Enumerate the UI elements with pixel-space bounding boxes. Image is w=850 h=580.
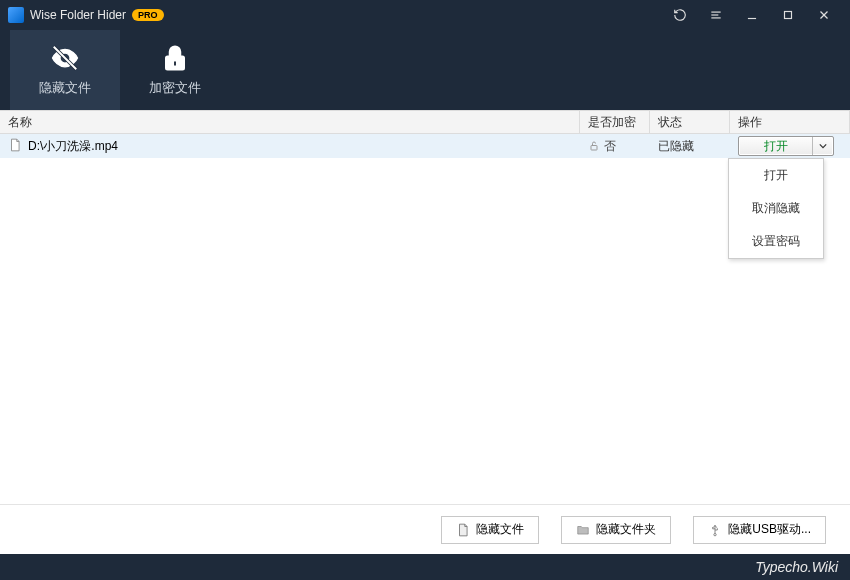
action-dropdown: 打开 取消隐藏 设置密码 bbox=[728, 158, 824, 259]
cell-encrypted: 否 bbox=[580, 134, 650, 158]
column-name[interactable]: 名称 bbox=[0, 111, 580, 133]
dropdown-toggle[interactable] bbox=[813, 137, 833, 155]
folder-icon bbox=[576, 523, 590, 537]
encrypted-text: 否 bbox=[604, 138, 616, 155]
chevron-down-icon bbox=[819, 142, 827, 150]
status-text: 已隐藏 bbox=[658, 138, 694, 155]
usb-icon bbox=[708, 523, 722, 537]
bottom-toolbar: 隐藏文件 隐藏文件夹 隐藏USB驱动... bbox=[0, 504, 850, 554]
watermark: Typecho.Wiki bbox=[0, 554, 850, 580]
hide-folder-button[interactable]: 隐藏文件夹 bbox=[561, 516, 671, 544]
tab-label: 隐藏文件 bbox=[39, 79, 91, 97]
hide-file-button[interactable]: 隐藏文件 bbox=[441, 516, 539, 544]
cell-filename: D:\小刀洗澡.mp4 bbox=[0, 134, 580, 158]
column-status[interactable]: 状态 bbox=[650, 111, 730, 133]
tab-label: 加密文件 bbox=[149, 79, 201, 97]
titlebar: Wise Folder Hider PRO bbox=[0, 0, 850, 30]
table-header: 名称 是否加密 状态 操作 bbox=[0, 110, 850, 134]
filename-text: D:\小刀洗澡.mp4 bbox=[28, 138, 118, 155]
svg-rect-4 bbox=[785, 12, 792, 19]
eye-slash-icon bbox=[50, 43, 80, 73]
button-label: 隐藏USB驱动... bbox=[728, 521, 811, 538]
refresh-icon[interactable] bbox=[662, 0, 698, 30]
mode-tabs: 隐藏文件 加密文件 bbox=[0, 30, 850, 110]
menu-icon[interactable] bbox=[698, 0, 734, 30]
button-label: 隐藏文件夹 bbox=[596, 521, 656, 538]
cell-action: 打开 bbox=[730, 134, 850, 158]
svg-rect-12 bbox=[591, 146, 597, 151]
minimize-button[interactable] bbox=[734, 0, 770, 30]
table-row[interactable]: D:\小刀洗澡.mp4 否 已隐藏 打开 bbox=[0, 134, 850, 158]
pro-badge: PRO bbox=[132, 9, 164, 21]
column-encrypted[interactable]: 是否加密 bbox=[580, 111, 650, 133]
menu-set-password[interactable]: 设置密码 bbox=[729, 225, 823, 258]
cell-status: 已隐藏 bbox=[650, 134, 730, 158]
file-icon bbox=[456, 523, 470, 537]
open-button[interactable]: 打开 bbox=[739, 137, 813, 155]
close-button[interactable] bbox=[806, 0, 842, 30]
file-icon bbox=[8, 138, 22, 155]
menu-open[interactable]: 打开 bbox=[729, 159, 823, 192]
tab-hide-files[interactable]: 隐藏文件 bbox=[10, 30, 120, 110]
unlock-icon bbox=[588, 140, 600, 152]
app-icon bbox=[8, 7, 24, 23]
menu-unhide[interactable]: 取消隐藏 bbox=[729, 192, 823, 225]
hide-usb-button[interactable]: 隐藏USB驱动... bbox=[693, 516, 826, 544]
action-split-button: 打开 bbox=[738, 136, 834, 156]
watermark-text: Typecho.Wiki bbox=[755, 559, 838, 575]
window-title: Wise Folder Hider bbox=[30, 8, 126, 22]
lock-icon bbox=[160, 43, 190, 73]
tab-encrypt-files[interactable]: 加密文件 bbox=[120, 30, 230, 110]
svg-point-13 bbox=[714, 533, 716, 535]
maximize-button[interactable] bbox=[770, 0, 806, 30]
column-action[interactable]: 操作 bbox=[730, 111, 850, 133]
button-label: 隐藏文件 bbox=[476, 521, 524, 538]
